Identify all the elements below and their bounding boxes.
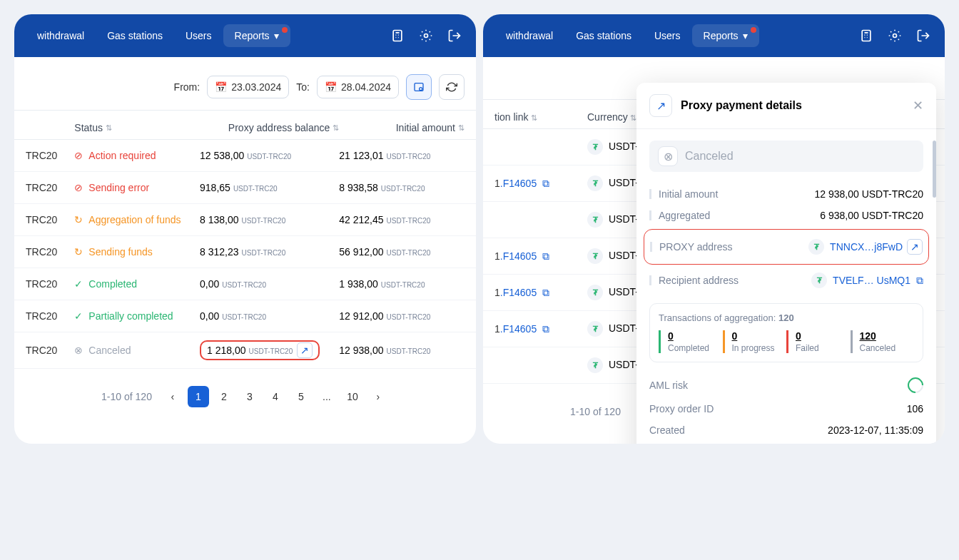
status-cell: ⊗Canceled [74,345,200,356]
usdt-icon: ₮ [587,357,603,373]
nav-reports[interactable]: Reports ▾ [223,24,290,47]
topbar: withdrawal Gas stations Users Reports ▾ [14,14,476,57]
export-button[interactable] [406,74,432,100]
usdt-icon: ₮ [811,273,827,288]
order-id-row: Proxy order ID106 [649,398,923,419]
tx-link[interactable]: .F14605 [500,178,537,189]
balance-cell: 0,00USDT-TRC20 [200,278,339,290]
usdt-icon: ₮ [587,248,603,264]
svg-rect-4 [862,31,871,41]
to-label: To: [296,81,310,93]
close-icon[interactable]: ✕ [913,98,923,113]
external-link-icon[interactable]: ↗ [907,239,923,255]
col-currency[interactable]: Currency ⇅ [587,111,636,123]
prev-page[interactable]: ‹ [162,386,183,407]
col-link[interactable]: tion link ⇅ [494,111,587,123]
table-body: TRC20 ⊘Action required 12 538,00USDT-TRC… [14,140,476,369]
svg-point-1 [425,34,428,38]
gear-icon[interactable] [885,26,905,46]
table-row[interactable]: TRC20 ↻Sending funds 8 312,23USDT-TRC20 … [14,236,476,268]
status-cell: ✓Completed [74,278,200,290]
tx-stat: 120Canceled [851,330,915,353]
copy-icon[interactable]: ⧉ [542,323,549,335]
initial-cell: 12 912,00USDT-TRC20 [339,310,465,322]
from-label: From: [174,81,201,93]
left-panel: withdrawal Gas stations Users Reports ▾ … [14,14,476,444]
recipient-address-link[interactable]: TVELF… UsMQ1 [833,275,910,286]
page-2[interactable]: 2 [213,386,235,407]
copy-icon[interactable]: ⧉ [542,287,549,298]
initial-cell: 8 938,58USDT-TRC20 [339,182,465,193]
status-cell: ↻Aggregation of funds [74,214,200,225]
initial-cell: 42 212,45USDT-TRC20 [339,214,465,225]
date-to-value: 28.04.2024 [341,81,391,93]
table-row[interactable]: TRC20 ✓Completed 0,00USDT-TRC20 1 938,00… [14,268,476,300]
check-icon: ✓ [74,278,83,290]
sort-icon: ⇅ [458,123,465,133]
sort-icon: ⇅ [333,123,339,133]
nav-users[interactable]: Users [643,24,692,47]
table-row[interactable]: TRC20 ⊘Action required 12 538,00USDT-TRC… [14,140,476,172]
balance-cell: 8 312,23USDT-TRC20 [200,246,339,258]
nav-reports-label: Reports [704,30,739,41]
tx-link[interactable]: .F14605 [500,323,537,335]
svg-rect-0 [393,31,402,41]
recipient-address-row: Recipient address ₮ TVELF… UsMQ1 ⧉ [649,268,923,293]
tx-link[interactable]: .F14605 [500,250,537,262]
tx-stat: 0Completed [659,330,723,353]
table-row[interactable]: TRC20 ⊗Canceled 1 218,00USDT-TRC20↗ 12 9… [14,332,476,369]
date-from-value: 23.03.2024 [231,81,281,93]
next-page[interactable]: › [367,386,389,407]
date-to-input[interactable]: 📅 28.04.2024 [317,76,399,98]
initial-cell: 56 912,00USDT-TRC20 [339,246,465,258]
page-...[interactable]: ... [316,386,338,407]
tx-title: Transactions of aggregation: 120 [659,312,914,323]
copy-icon[interactable]: ⧉ [916,275,923,287]
pagination-summary: 1-10 of 120 [570,406,621,417]
usdt-icon: ₮ [587,175,603,191]
filter-row: From: 📅 23.03.2024 To: 📅 28.04.2024 [14,57,476,111]
initial-amount-row: Initial amount12 938,00 USDT-TRC20 [649,183,923,205]
table-row[interactable]: TRC20 ⊘Sending error 918,65USDT-TRC20 8 … [14,172,476,204]
gear-icon[interactable] [416,26,436,46]
usdt-icon: ₮ [808,239,824,255]
date-from-input[interactable]: 📅 23.03.2024 [207,76,289,98]
page-1[interactable]: 1 [188,386,209,407]
col-balance[interactable]: Proxy address balance⇅ [200,122,339,133]
scrollbar[interactable] [933,141,936,198]
balance-cell: 12 538,00USDT-TRC20 [200,150,339,161]
table-row[interactable]: TRC20 ✓Partially completed 0,00USDT-TRC2… [14,300,476,332]
logout-icon[interactable] [913,26,933,46]
copy-icon[interactable]: ⧉ [542,178,549,189]
page-5[interactable]: 5 [290,386,312,407]
tx-link[interactable]: .F14605 [500,287,537,298]
nav-withdrawal[interactable]: withdrawal [494,24,564,47]
nav-withdrawal[interactable]: withdrawal [26,24,96,47]
logout-icon[interactable] [445,26,465,46]
page-4[interactable]: 4 [265,386,286,407]
proxy-address-link[interactable]: TNNCX…j8FwD [830,241,903,253]
proxy-address-highlight: PROXY address ₮ TNNCX…j8FwD ↗ [644,229,929,265]
status-text: Canceled [685,150,734,163]
nav-gas-stations[interactable]: Gas stations [96,24,174,47]
calculator-icon[interactable] [387,26,407,46]
status-cell: ✓Partially completed [74,310,200,322]
refresh-button[interactable] [439,74,465,100]
nav-reports[interactable]: Reports ▾ [692,24,759,47]
aml-ring-icon [904,374,926,396]
calculator-icon[interactable] [856,26,876,46]
sort-icon: ⇅ [528,113,537,122]
nav-users[interactable]: Users [174,24,223,47]
col-status[interactable]: Status⇅ [74,122,200,133]
copy-icon[interactable]: ⧉ [542,250,549,262]
table-row[interactable]: TRC20 ↻Aggregation of funds 8 138,00USDT… [14,204,476,236]
page-10[interactable]: 10 [342,386,363,407]
aggregated-row: Aggregated6 938,00 USDT-TRC20 [649,205,923,226]
right-panel: withdrawal Gas stations Users Reports ▾ … [483,14,945,444]
page-3[interactable]: 3 [239,386,260,407]
balance-cell: 918,65USDT-TRC20 [200,182,339,193]
svg-point-5 [893,34,897,38]
topbar: withdrawal Gas stations Users Reports ▾ [483,14,945,57]
nav-gas-stations[interactable]: Gas stations [564,24,643,47]
col-initial[interactable]: Initial amount⇅ [339,122,465,133]
